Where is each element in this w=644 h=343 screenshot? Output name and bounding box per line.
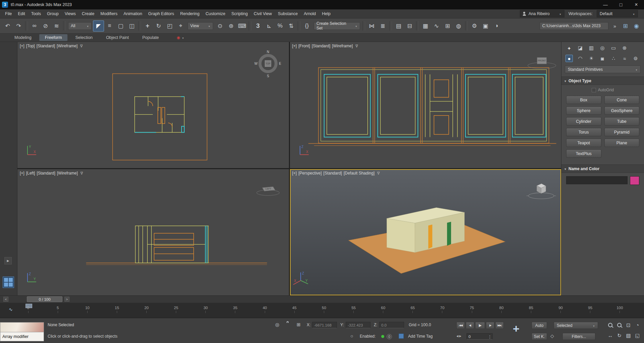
viewport-layout-preset-icon[interactable] xyxy=(3,277,14,288)
go-to-start-button[interactable]: |◀◀ xyxy=(456,322,465,329)
frame-spinner-icon[interactable] xyxy=(489,334,491,339)
object-name-input[interactable] xyxy=(566,176,628,184)
viewport-top[interactable]: [+] [Top] [Standard] [Wireframe] ∇ xyxy=(17,42,289,168)
selection-filter-dropdown[interactable]: All xyxy=(68,22,92,30)
maximize-viewport-icon[interactable]: ◱ xyxy=(635,333,640,339)
create-tab-icon[interactable]: + xyxy=(565,44,573,52)
layout-flyout-button[interactable]: ▶ xyxy=(4,257,12,264)
time-slider-track[interactable]: < 0 / 100 > xyxy=(0,295,644,303)
viewport-menu-general[interactable]: [+] xyxy=(20,171,24,176)
viewport-menu-pov[interactable]: [Front] xyxy=(298,44,310,48)
next-frame-arrow[interactable]: > xyxy=(64,297,69,302)
rect-selection-region-icon[interactable]: ▢ xyxy=(115,20,126,32)
menu-edit[interactable]: Edit xyxy=(15,9,28,18)
select-and-manipulate-icon[interactable]: ⊛ xyxy=(226,20,237,32)
cone-button[interactable]: Cone xyxy=(604,96,640,104)
percent-snap-icon[interactable]: % xyxy=(275,20,286,32)
viewport-menu-pov[interactable]: [Top] xyxy=(26,44,35,48)
schematic-view-icon[interactable]: ⊞ xyxy=(442,20,453,32)
viewport-front[interactable]: [+] [Front] [Standard] [Wireframe] ∇ xyxy=(290,42,561,168)
use-pivot-center-icon[interactable]: ⊙ xyxy=(214,20,226,32)
reference-coordinate-dropdown[interactable]: View xyxy=(188,22,213,30)
menu-scripting[interactable]: Scripting xyxy=(228,9,251,18)
tab-modeling[interactable]: Modeling xyxy=(9,34,37,41)
render-teapot-icon[interactable]: ◉ xyxy=(631,20,642,32)
viewport-menu-shading[interactable]: [Wireframe] xyxy=(332,44,353,48)
auto-key-button[interactable]: Auto xyxy=(532,322,547,329)
time-slider-handle[interactable]: 0 / 100 xyxy=(27,296,62,302)
menu-graph-editors[interactable]: Graph Editors xyxy=(145,9,177,18)
menu-modifiers[interactable]: Modifiers xyxy=(97,9,120,18)
orbit-icon[interactable]: ↻ xyxy=(617,333,622,339)
viewport-filter-icon[interactable]: ∇ xyxy=(355,44,358,48)
set-key-button[interactable]: Set K. xyxy=(532,333,547,340)
tab-populate[interactable]: Populate xyxy=(137,34,164,41)
viewport-menu-style[interactable]: [Standard] xyxy=(312,44,330,48)
modify-tab-icon[interactable]: ◪ xyxy=(577,44,584,52)
tube-button[interactable]: Tube xyxy=(604,117,640,126)
viewport-filter-icon[interactable]: ∇ xyxy=(377,171,380,176)
set-keys-button[interactable]: + xyxy=(513,323,519,334)
key-mode-dropdown[interactable]: Selected xyxy=(554,322,598,329)
motion-tab-icon[interactable]: ◎ xyxy=(599,44,606,52)
zoom-icon[interactable] xyxy=(608,323,612,327)
select-and-link-icon[interactable]: ∞ xyxy=(29,20,40,32)
helpers-category-icon[interactable]: ∴ xyxy=(610,55,617,62)
cylinder-button[interactable]: Cylinder xyxy=(566,117,601,126)
menu-rendering[interactable]: Rendering xyxy=(177,9,203,18)
select-object-icon[interactable]: ◤ xyxy=(93,20,104,32)
textplus-button[interactable]: TextPlus xyxy=(566,149,601,158)
named-selection-sets-icon[interactable]: {} xyxy=(301,20,312,32)
curve-editor-icon[interactable]: ∿ xyxy=(431,20,442,32)
key-filters-icon[interactable]: ◇ xyxy=(550,333,554,339)
mini-curve-editor-icon[interactable]: ∿ xyxy=(9,307,13,312)
align-icon[interactable]: ≣ xyxy=(377,20,388,32)
key-filters-button[interactable]: Filters... xyxy=(562,333,595,340)
snaps-toggle-icon[interactable]: 3 xyxy=(252,20,263,32)
go-to-end-button[interactable]: ▶▶| xyxy=(495,322,504,329)
select-and-place-icon[interactable]: ⌖ xyxy=(175,20,186,32)
z-coordinate-field[interactable]: 0.0 xyxy=(379,322,404,328)
viewport-left[interactable]: [+] [Left] [Standard] [Wireframe] ∇ xyxy=(17,169,289,295)
viewport-filter-icon[interactable]: ∇ xyxy=(80,44,83,48)
systems-category-icon[interactable]: ⊚ xyxy=(632,55,639,62)
workspace-dropdown[interactable]: Default xyxy=(597,10,638,17)
menu-animation[interactable]: Animation xyxy=(120,9,145,18)
viewport-menu-style[interactable]: [Standard] xyxy=(324,171,342,176)
timeline-ruler[interactable]: ∿ 05101520253035404550556065707580859095… xyxy=(0,303,644,318)
cameras-category-icon[interactable]: ◙ xyxy=(599,55,606,62)
x-coordinate-field[interactable]: -6671.168 xyxy=(312,322,337,328)
viewport-menu-style[interactable]: [Standard] xyxy=(37,44,55,48)
rendered-frame-icon[interactable]: ▣ xyxy=(480,20,491,32)
enabled-toggle[interactable]: 0 xyxy=(387,334,392,339)
app-icon[interactable]: 3 xyxy=(2,2,8,8)
object-type-rollout-header[interactable]: Object Type xyxy=(561,77,644,85)
viewport-perspective[interactable]: [+] [Perspective] [Standard] [Default Sh… xyxy=(290,169,561,295)
viewport-filter-icon[interactable]: ∇ xyxy=(81,171,83,176)
geometry-category-icon[interactable]: ● xyxy=(565,55,573,62)
menu-group[interactable]: Group xyxy=(44,9,62,18)
set-key-indicator-icon[interactable]: ○ xyxy=(350,333,353,339)
pan-view-icon[interactable]: ↔ xyxy=(608,333,613,338)
select-and-scale-icon[interactable]: ◰ xyxy=(164,20,175,32)
named-selection-set-dropdown[interactable]: Create Selection Set xyxy=(314,22,360,30)
undo-icon[interactable]: ↶ xyxy=(2,20,13,32)
zoom-all-icon[interactable] xyxy=(617,323,622,327)
viewport-menu-shading[interactable]: [Wireframe] xyxy=(57,44,78,48)
viewport-menu-pov[interactable]: [Perspective] xyxy=(298,171,321,176)
geosphere-button[interactable]: GeoSphere xyxy=(604,106,640,115)
utilities-tab-icon[interactable]: ⊗ xyxy=(621,44,628,52)
tab-freeform[interactable]: Freeform xyxy=(39,34,68,41)
maxscript-listener-icon[interactable] xyxy=(399,334,404,339)
material-editor-icon[interactable]: ◍ xyxy=(453,20,464,32)
viewport-menu-general[interactable]: [+] xyxy=(292,171,297,176)
menu-create[interactable]: Create xyxy=(79,9,98,18)
name-color-rollout-header[interactable]: Name and Color xyxy=(561,164,644,173)
zoom-region-icon[interactable]: ▧ xyxy=(626,333,631,339)
y-coordinate-field[interactable]: -322.423 xyxy=(346,322,370,328)
add-time-tag[interactable]: Add Time Tag xyxy=(408,334,433,339)
box-button[interactable]: Box xyxy=(566,96,601,104)
menu-help[interactable]: Help xyxy=(319,9,334,18)
lights-category-icon[interactable]: ☀ xyxy=(588,55,595,62)
display-tab-icon[interactable]: ▭ xyxy=(610,44,617,52)
